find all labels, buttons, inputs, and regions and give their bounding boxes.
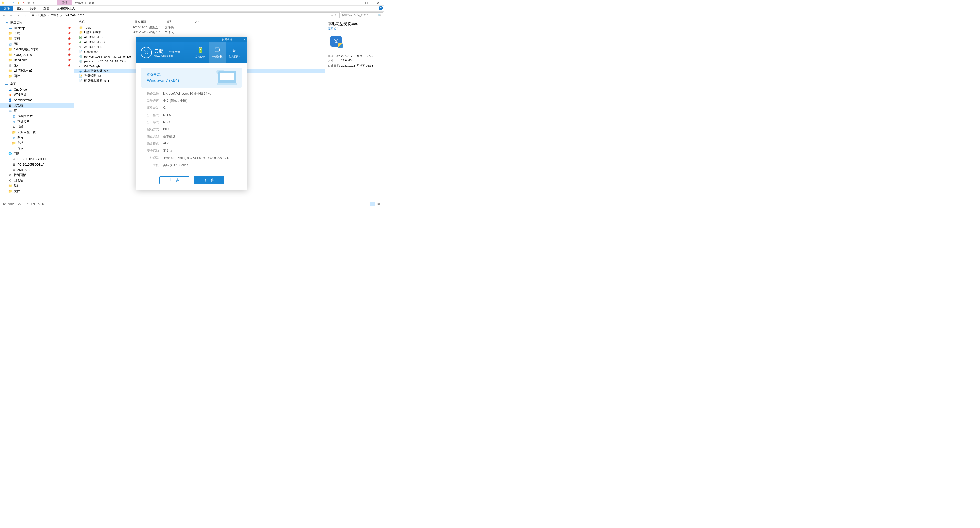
pin-icon: 📌: [68, 59, 71, 62]
breadcrumb-segment[interactable]: 此电脑: [38, 13, 47, 17]
nav-tianyi[interactable]: 天翼云盘下载: [0, 130, 74, 135]
nav-saved-pictures[interactable]: 保存的图片: [0, 114, 74, 119]
details-row: 大小:27.6 MB: [328, 59, 381, 63]
chevron-right-icon[interactable]: ›: [35, 14, 37, 17]
file-date: 2020/12/25, 星期五 1...: [133, 25, 165, 29]
inf-icon: [79, 45, 83, 49]
music-icon: [12, 146, 16, 151]
file-name: U盘安装教程: [84, 30, 102, 34]
nav-win7reinstall[interactable]: win7重装win7: [0, 68, 74, 73]
nav-pc3[interactable]: ZMT2019: [0, 167, 74, 173]
installer-minimize-button[interactable]: —: [239, 38, 241, 41]
pc-icon: [12, 168, 16, 172]
system-info-row: 磁盘类型基本磁盘: [144, 135, 239, 139]
nav-downloads[interactable]: 下载📌: [0, 31, 74, 36]
search-icon[interactable]: 🔍: [378, 14, 382, 17]
installer-tab[interactable]: e官方网址: [226, 42, 242, 63]
nav-network[interactable]: 网络: [0, 151, 74, 156]
next-button[interactable]: 下一步: [194, 176, 224, 184]
column-date[interactable]: 修改日期: [133, 19, 165, 25]
nav-admin[interactable]: Administrator: [0, 97, 74, 103]
view-icons-button[interactable]: ▦: [375, 202, 381, 206]
nav-recent-button[interactable]: ▾: [15, 12, 21, 18]
shield-icon: [338, 43, 343, 48]
nav-quick-access[interactable]: 快速访问: [0, 20, 74, 25]
nav-forward-button[interactable]: →: [8, 12, 14, 18]
details-pane: 本地硬盘安装.exe 应用程序 修改日期:2020/10/12, 星期一 15:…: [325, 19, 384, 201]
maximize-button[interactable]: ▢: [361, 0, 372, 6]
nav-onedrive[interactable]: OneDrive: [0, 87, 74, 92]
qat-folder-icon[interactable]: ▮: [16, 1, 21, 5]
nav-software[interactable]: 软件: [0, 183, 74, 189]
breadcrumb-segment[interactable]: 文档 (E:): [50, 13, 62, 17]
picture-icon: [12, 114, 16, 118]
ribbon-tab-share[interactable]: 共享: [27, 6, 40, 11]
nav-excel-folder[interactable]: excel表格制作求和📌: [0, 47, 74, 52]
nav-pictures2[interactable]: 图片: [0, 73, 74, 79]
qat-dropdown-icon[interactable]: ▾: [32, 1, 36, 5]
nav-lib-music[interactable]: 音乐: [0, 146, 74, 151]
control-panel-icon: [8, 173, 12, 177]
nav-desktop[interactable]: Desktop📌: [0, 25, 74, 31]
nav-wps[interactable]: WPS网盘: [0, 92, 74, 97]
ribbon-tab-file[interactable]: 文件: [0, 6, 13, 11]
nav-files[interactable]: 文件: [0, 189, 74, 194]
minimize-button[interactable]: —: [349, 0, 361, 6]
installer-menu-button[interactable]: ≡: [235, 38, 236, 41]
ribbon-tab-apptools[interactable]: 应用程序工具: [53, 6, 79, 11]
nav-libraries[interactable]: 库: [0, 108, 74, 114]
nav-pc2[interactable]: PC-20190530OBLA: [0, 162, 74, 167]
ribbon-tab-home[interactable]: 主页: [13, 6, 27, 11]
info-value: 不支持: [163, 149, 172, 153]
nav-pc1[interactable]: DESKTOP-LSSOEDP: [0, 156, 74, 162]
view-details-button[interactable]: ☰: [369, 202, 375, 206]
breadcrumb[interactable]: 🖥 › 此电脑 › 文档 (E:) › Win7x64_2020 ⌄ ↻: [30, 13, 340, 18]
file-row[interactable]: U盘安装教程2020/12/25, 星期五 1...文件夹: [74, 30, 325, 35]
system-info-row: 系统盘符C:: [144, 106, 239, 110]
file-row[interactable]: Tools2020/12/25, 星期五 1...文件夹: [74, 25, 325, 30]
nav-camera-roll[interactable]: 本机照片: [0, 119, 74, 124]
close-button[interactable]: ✕: [372, 0, 384, 6]
pin-icon: 📌: [68, 37, 71, 40]
nav-bandicam[interactable]: Bandicam📌: [0, 57, 74, 63]
nav-documents[interactable]: 文档📌: [0, 36, 74, 41]
refresh-icon[interactable]: ↻: [334, 14, 339, 17]
laptop-icon: [218, 71, 236, 83]
nav-desktop-root[interactable]: 桌面: [0, 81, 74, 87]
chevron-right-icon[interactable]: ›: [48, 14, 50, 17]
installer-tab[interactable]: 🖵一键装机: [209, 42, 226, 63]
folder-icon: [8, 69, 12, 73]
nav-pictures[interactable]: 图片📌: [0, 41, 74, 47]
prev-button[interactable]: 上一步: [159, 176, 189, 184]
qat-props-icon[interactable]: ◐: [27, 1, 30, 5]
nav-up-button[interactable]: ↑: [22, 12, 29, 18]
column-type[interactable]: 类型: [165, 19, 192, 25]
search-input[interactable]: 搜索"Win7x64_2020" 🔍: [341, 13, 383, 18]
nav-videos[interactable]: 视频: [0, 124, 74, 130]
nav-lib-docs[interactable]: 文档: [0, 140, 74, 146]
contextual-tab-manage[interactable]: 管理: [57, 0, 72, 5]
nav-back-button[interactable]: ←: [1, 12, 7, 18]
column-name[interactable]: 名称: [74, 19, 133, 25]
nav-gdrive[interactable]: G:\📌: [0, 63, 74, 68]
chevron-right-icon[interactable]: ›: [62, 14, 65, 17]
qat-check-icon[interactable]: ✓: [11, 1, 15, 5]
nav-control-panel[interactable]: 控制面板: [0, 173, 74, 178]
desktop-icon: [5, 82, 9, 86]
ribbon-tab-view[interactable]: 查看: [40, 6, 53, 11]
help-icon[interactable]: ?: [379, 6, 383, 10]
tab-icon: e: [232, 47, 235, 53]
qat-delete-icon[interactable]: ✕: [21, 1, 25, 5]
nav-this-pc[interactable]: 此电脑: [0, 103, 74, 108]
details-label: 大小:: [328, 59, 341, 63]
ribbon-collapse-icon[interactable]: ⌄: [375, 6, 378, 10]
nav-lib-pictures[interactable]: 图片: [0, 135, 74, 140]
installer-contact-link[interactable]: 联系客服: [221, 38, 233, 41]
installer-tab[interactable]: 🔋启动U盘: [192, 42, 209, 63]
breadcrumb-segment[interactable]: Win7x64_2020: [65, 14, 85, 17]
installer-close-button[interactable]: ✕: [243, 38, 245, 41]
nav-yunqishi[interactable]: YUNQISHI2019📌: [0, 52, 74, 57]
breadcrumb-dropdown-icon[interactable]: ⌄: [330, 14, 334, 17]
column-size[interactable]: 大小: [192, 19, 218, 25]
nav-recycle-bin[interactable]: 回收站: [0, 178, 74, 183]
